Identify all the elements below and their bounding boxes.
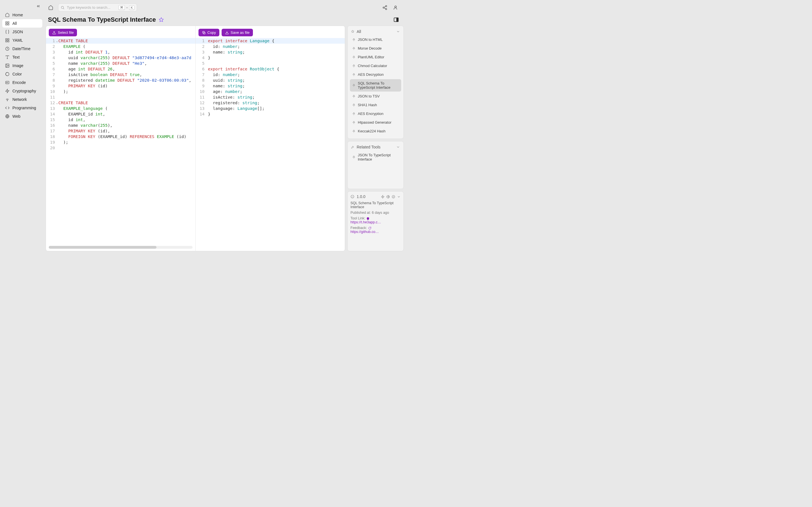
- svg-rect-3: [6, 24, 7, 25]
- sidebar-item-encode[interactable]: Encode: [2, 78, 42, 87]
- svg-line-23: [63, 8, 64, 9]
- tool-item[interactable]: JSON to TSV: [350, 92, 401, 100]
- pin-icon: [352, 95, 356, 98]
- share-button[interactable]: [382, 4, 388, 11]
- pin-icon: [352, 73, 356, 76]
- sidebar-item-datetime[interactable]: Date/Time: [2, 45, 42, 53]
- grid-icon: [5, 21, 10, 25]
- copy-icon: [202, 31, 206, 35]
- sidebar-item-color[interactable]: Color: [2, 70, 42, 78]
- search-box[interactable]: ⌘ + K: [58, 3, 137, 11]
- sidebar-item-label: All: [12, 21, 17, 25]
- sidebar-item-text[interactable]: Text: [2, 53, 42, 61]
- svg-point-22: [61, 6, 63, 8]
- svg-point-43: [392, 195, 395, 198]
- save-as-file-button[interactable]: Save as file: [221, 29, 253, 36]
- panel-right-icon: [393, 17, 399, 22]
- bolt-icon[interactable]: [381, 195, 385, 199]
- svg-point-25: [383, 7, 384, 8]
- svg-rect-32: [397, 18, 398, 21]
- sidebar-item-label: Network: [12, 97, 27, 102]
- sidebar-item-network[interactable]: Network: [2, 95, 42, 104]
- star-icon: [159, 17, 164, 22]
- version-label: 1.0.0: [357, 194, 365, 199]
- chevron-down-icon[interactable]: [397, 195, 401, 199]
- home-button[interactable]: [47, 4, 55, 11]
- code-icon: [5, 106, 10, 110]
- pin-icon: [352, 55, 356, 59]
- favorite-button[interactable]: [159, 17, 164, 22]
- tool-item[interactable]: JSON to HTML: [350, 36, 401, 44]
- svg-marker-30: [159, 18, 163, 22]
- tool-item[interactable]: Morse Decode: [350, 44, 401, 52]
- globe-icon[interactable]: [386, 195, 390, 199]
- related-tools-header[interactable]: Related Tools: [350, 144, 401, 151]
- info-tool-link[interactable]: Tool Link: https://t.he3app.co…: [350, 216, 401, 224]
- upload-icon: [52, 31, 56, 35]
- copy-button[interactable]: Copy: [199, 29, 219, 36]
- tool-item[interactable]: PlantUML Editor: [350, 53, 401, 61]
- sidebar-item-label: Image: [12, 63, 23, 68]
- pin-icon: [352, 47, 356, 50]
- tool-item[interactable]: SQL Schema To TypeScript Interface: [350, 79, 401, 92]
- sql-editor[interactable]: 1▾CREATE TABLE 2 EXAMPLE ( 3 id int DEFA…: [46, 38, 195, 245]
- chevron-down-icon: [396, 145, 400, 149]
- svg-rect-1: [8, 22, 9, 23]
- svg-point-26: [386, 8, 387, 10]
- sidebar-item-label: Web: [12, 114, 20, 119]
- pin-icon: [352, 64, 356, 68]
- input-pane: Select file 1▾CREATE TABLE 2 EXAMPLE ( 3…: [46, 26, 196, 251]
- sidebar-item-all[interactable]: All: [2, 19, 42, 27]
- output-pane: Copy Save as file 1export interface Lang…: [196, 26, 345, 251]
- pin-icon: [351, 30, 354, 33]
- pin-icon: [352, 112, 356, 115]
- sidebar-item-programming[interactable]: Programming: [2, 104, 42, 112]
- tools-filter-dropdown[interactable]: All: [350, 28, 401, 36]
- tool-item[interactable]: AES Decryption: [350, 70, 401, 78]
- svg-rect-0: [6, 22, 7, 23]
- tool-item[interactable]: Htpasswd Generator: [350, 118, 401, 126]
- sidebar-item-home[interactable]: Home: [2, 11, 42, 19]
- encode-icon: [5, 80, 10, 85]
- svg-rect-4: [6, 39, 7, 40]
- page-title: SQL Schema To TypeScript Interface: [48, 16, 156, 23]
- search-input[interactable]: [67, 5, 116, 10]
- select-file-button[interactable]: Select file: [49, 29, 77, 36]
- toggle-right-panel-button[interactable]: [393, 17, 399, 23]
- svg-rect-5: [8, 39, 9, 40]
- pin-icon: [352, 121, 356, 124]
- info-icon: [350, 194, 354, 199]
- svg-rect-7: [8, 41, 9, 42]
- typescript-output[interactable]: 1export interface Language { 2 id: numbe…: [196, 38, 345, 251]
- tool-item[interactable]: Keccak224 Hash: [350, 127, 401, 135]
- sidebar-item-cryptography[interactable]: Cryptography: [2, 87, 42, 95]
- info-tool-name: SQL Schema To TypeScript Interface: [350, 201, 401, 209]
- tools-card: All JSON to HTMLMorse DecodePlantUML Edi…: [347, 25, 404, 139]
- tool-item[interactable]: SHA1 Hash: [350, 101, 401, 109]
- pin-icon: [352, 129, 356, 133]
- topbar: ⌘ + K: [45, 2, 404, 13]
- sidebar-item-image[interactable]: Image: [2, 61, 42, 70]
- home-icon: [48, 5, 53, 10]
- sidebar-collapse-button[interactable]: [36, 3, 41, 9]
- yaml-icon: [5, 38, 10, 43]
- sidebar-item-label: YAML: [12, 38, 23, 43]
- sidebar-item-yaml[interactable]: YAML: [2, 36, 42, 45]
- sidebar-item-web[interactable]: Web: [2, 112, 42, 121]
- related-tool-item[interactable]: JSON To TypeScript Interface: [350, 151, 401, 163]
- pin-icon: [352, 38, 356, 41]
- input-horizontal-scrollbar[interactable]: [49, 246, 193, 249]
- sidebar-item-label: JSON: [12, 30, 23, 34]
- info-published: Published at: 6 days ago: [350, 211, 401, 215]
- tool-item[interactable]: AES Encryption: [350, 110, 401, 118]
- profile-button[interactable]: [393, 4, 399, 11]
- chat-icon: [368, 226, 371, 230]
- check-circle-icon[interactable]: [392, 195, 395, 199]
- text-icon: [5, 55, 10, 59]
- info-feedback[interactable]: Feedback: https://github.com/…: [350, 226, 401, 234]
- tool-icon: [351, 145, 354, 149]
- tool-item[interactable]: Chmod Calculator: [350, 62, 401, 70]
- main-area: ⌘ + K SQL Schema To TypeScript Interface: [45, 0, 406, 253]
- shield-icon: [366, 217, 370, 220]
- sidebar-item-json[interactable]: JSON: [2, 27, 42, 36]
